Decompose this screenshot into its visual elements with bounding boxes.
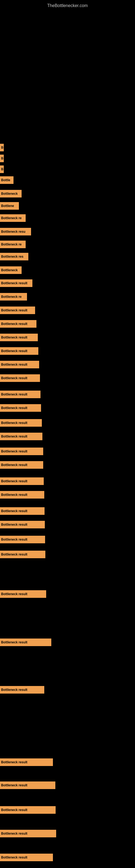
bar[interactable]: Bottleneck re <box>0 293 27 301</box>
bar-label: B <box>1 167 3 171</box>
bar-label: Bottle <box>1 178 10 182</box>
bar-label: Bottleneck <box>1 268 17 272</box>
bar[interactable]: Bottleneck resu <box>0 228 31 236</box>
bar-item: Bottleneck re <box>0 241 26 248</box>
bar[interactable]: Bottleneck result <box>0 447 43 455</box>
bar-label: Bottleneck result <box>1 393 27 396</box>
bar-label: Bottleneck result <box>1 832 27 835</box>
bar[interactable]: Bottleneck result <box>0 461 43 469</box>
bar-item: Bottleneck result <box>0 374 40 382</box>
bar[interactable]: Bottleneck result <box>0 806 56 814</box>
bar[interactable]: Bottleneck result <box>0 374 40 382</box>
bar-item: Bottleneck result <box>0 361 39 368</box>
bar-item: Bottleneck <box>0 267 21 274</box>
bar[interactable]: Bottleneck res <box>0 253 28 260</box>
bar-label: Bottleneck result <box>1 450 27 453</box>
bar-item: Bottleneck result <box>0 279 32 287</box>
bar-label: Bottleneck result <box>1 688 27 692</box>
bar-item: Bottleneck resu <box>0 228 31 236</box>
bar-label: Bottleneck result <box>1 509 27 513</box>
bar-item: Bottlene <box>0 202 19 210</box>
bar-item: B <box>0 165 4 173</box>
bar-item: Bottleneck result <box>0 806 56 814</box>
bar-label: Bottleneck result <box>1 523 27 527</box>
bar[interactable]: Bottleneck result <box>0 477 44 485</box>
bar[interactable]: Bottleneck result <box>0 507 45 515</box>
bar-item: Bottleneck result <box>0 447 43 455</box>
bar[interactable]: Bottleneck <box>0 267 21 274</box>
bar[interactable]: Bottleneck result <box>0 521 45 528</box>
bar-item: Bottleneck result <box>0 639 51 646</box>
bar-label: Bottleneck <box>1 192 17 195</box>
bar[interactable]: Bottleneck result <box>0 391 41 398</box>
bar-item: Bottleneck result <box>0 320 37 328</box>
bar-label: Bottleneck result <box>1 641 27 644</box>
bar-item: Bottleneck result <box>0 404 41 412</box>
bar-label: Bottleneck result <box>1 479 27 483</box>
bar[interactable]: B <box>0 144 4 151</box>
bar[interactable]: Bottleneck result <box>0 536 45 543</box>
bar[interactable]: Bottleneck result <box>0 334 38 341</box>
bar[interactable]: Bottleneck result <box>0 279 32 287</box>
bar[interactable]: Bottleneck result <box>0 854 53 861</box>
bar-item: Bottleneck result <box>0 536 45 543</box>
bar-label: Bottleneck result <box>1 376 27 380</box>
site-title: TheBottlenecker.com <box>0 0 135 10</box>
bar-label: Bottleneck result <box>1 421 27 425</box>
bar-item: Bottleneck result <box>0 781 55 789</box>
bar-label: Bottleneck result <box>1 553 27 556</box>
bar-item: Bottleneck result <box>0 854 53 861</box>
bar-label: Bottleneck res <box>1 255 24 258</box>
bar[interactable]: Bottleneck result <box>0 347 38 355</box>
bar-label: Bottleneck result <box>1 760 27 764</box>
bar-item: Bottleneck result <box>0 347 38 355</box>
bar-item: Bottleneck result <box>0 758 53 766</box>
bar[interactable]: Bottleneck result <box>0 307 35 314</box>
bar[interactable]: Bottleneck result <box>0 491 44 499</box>
bar[interactable]: Bottleneck result <box>0 639 51 646</box>
bar-label: Bottleneck result <box>1 363 27 367</box>
bar-item: Bottleneck result <box>0 334 38 341</box>
bar[interactable]: B <box>0 155 4 162</box>
bar[interactable]: Bottleneck result <box>0 590 46 598</box>
bar[interactable]: Bottleneck re <box>0 241 26 248</box>
bar-label: Bottleneck result <box>1 435 27 438</box>
bar-item: Bottleneck <box>0 190 21 197</box>
bar-item: Bottleneck result <box>0 419 42 427</box>
bar[interactable]: Bottlene <box>0 202 19 210</box>
bar-item: Bottleneck result <box>0 391 41 398</box>
bar[interactable]: Bottleneck re <box>0 214 26 222</box>
bar-item: Bottleneck result <box>0 491 44 499</box>
bar-label: Bottleneck result <box>1 349 27 353</box>
bar[interactable]: Bottleneck <box>0 190 21 197</box>
bar-label: Bottleneck result <box>1 322 27 326</box>
bar-label: Bottleneck re <box>1 216 21 220</box>
bar[interactable]: Bottleneck result <box>0 758 53 766</box>
bar-item: Bottleneck result <box>0 551 45 558</box>
bar[interactable]: Bottleneck result <box>0 830 56 837</box>
bar-label: Bottleneck re <box>1 295 21 299</box>
bar[interactable]: Bottleneck result <box>0 361 39 368</box>
bar-item: Bottleneck result <box>0 507 45 515</box>
bar-item: Bottleneck result <box>0 461 43 469</box>
bar[interactable]: Bottleneck result <box>0 433 42 440</box>
bar-label: Bottleneck result <box>1 406 27 410</box>
bar[interactable]: Bottleneck result <box>0 781 55 789</box>
bar-label: Bottleneck result <box>1 783 27 787</box>
bar[interactable]: Bottleneck result <box>0 320 37 328</box>
bar-label: Bottleneck result <box>1 463 27 467</box>
bar[interactable]: Bottleneck result <box>0 686 44 693</box>
bar-item: Bottleneck result <box>0 477 44 485</box>
bar[interactable]: Bottle <box>0 176 13 184</box>
bar[interactable]: Bottleneck result <box>0 419 42 427</box>
bar[interactable]: B <box>0 165 4 173</box>
bar-label: Bottleneck result <box>1 493 27 497</box>
bar[interactable]: Bottleneck result <box>0 551 45 558</box>
bar-item: Bottleneck re <box>0 293 27 301</box>
bar-label: Bottleneck re <box>1 243 21 246</box>
bar-item: Bottleneck result <box>0 590 46 598</box>
bar-item: Bottleneck result <box>0 521 45 528</box>
bar-label: Bottleneck result <box>1 856 27 859</box>
bar-label: Bottleneck result <box>1 592 27 596</box>
bar[interactable]: Bottleneck result <box>0 404 41 412</box>
